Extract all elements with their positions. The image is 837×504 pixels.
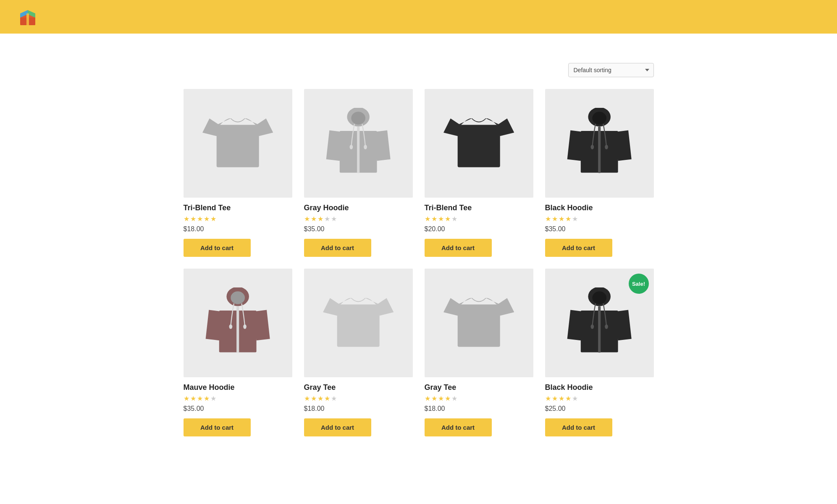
star: ★ — [210, 215, 216, 223]
star: ★ — [331, 394, 337, 402]
star: ★ — [572, 215, 578, 223]
star: ★ — [552, 215, 558, 223]
svg-point-25 — [590, 145, 594, 149]
star: ★ — [545, 394, 551, 402]
svg-point-42 — [592, 292, 606, 305]
product-card: Gray Hoodie ★★★★★ $35.00 Add to cart — [304, 89, 413, 257]
product-card: Mauve Hoodie ★★★★★ $35.00 Add to cart — [184, 269, 292, 436]
svg-rect-4 — [26, 13, 29, 25]
product-image — [304, 269, 413, 377]
add-to-cart-button[interactable]: Add to cart — [545, 418, 612, 436]
product-card: Sale! Black Hoodie ★★★★★ $25.0 — [545, 269, 654, 436]
svg-point-28 — [231, 292, 245, 305]
svg-rect-13 — [357, 127, 359, 173]
star: ★ — [552, 394, 558, 402]
product-card: Tri-Blend Tee ★★★★★ $20.00 Add to cart — [425, 89, 533, 257]
site-header — [0, 0, 837, 34]
star: ★ — [317, 215, 323, 223]
star: ★ — [431, 394, 437, 402]
star: ★ — [204, 215, 210, 223]
svg-point-33 — [229, 324, 232, 329]
sort-select[interactable]: Default sorting Sort by popularity Sort … — [568, 63, 654, 77]
product-image — [184, 269, 292, 377]
product-image — [304, 89, 413, 198]
svg-point-15 — [364, 145, 367, 149]
svg-rect-18 — [457, 125, 500, 167]
product-image — [425, 269, 533, 377]
star: ★ — [438, 394, 444, 402]
product-name: Tri-Blend Tee — [425, 204, 533, 212]
star: ★ — [559, 215, 564, 223]
product-price: $20.00 — [425, 225, 533, 233]
star: ★ — [324, 215, 330, 223]
star: ★ — [431, 215, 437, 223]
svg-point-47 — [590, 324, 594, 329]
add-to-cart-button[interactable]: Add to cart — [304, 239, 371, 257]
star: ★ — [311, 394, 317, 402]
product-rating: ★★★★★ — [545, 215, 654, 223]
product-rating: ★★★★★ — [184, 394, 292, 402]
product-rating: ★★★★★ — [304, 394, 413, 402]
svg-point-26 — [605, 145, 608, 149]
star: ★ — [425, 215, 430, 223]
star: ★ — [184, 394, 189, 402]
product-price: $25.00 — [545, 405, 654, 413]
star: ★ — [317, 394, 323, 402]
svg-rect-46 — [598, 306, 601, 353]
product-image — [425, 89, 533, 198]
star: ★ — [425, 394, 430, 402]
product-price: $18.00 — [304, 405, 413, 413]
star: ★ — [445, 215, 451, 223]
star: ★ — [324, 394, 330, 402]
star: ★ — [451, 394, 457, 402]
add-to-cart-button[interactable]: Add to cart — [184, 418, 251, 436]
logo-area[interactable] — [17, 6, 44, 28]
star: ★ — [210, 394, 216, 402]
add-to-cart-button[interactable]: Add to cart — [184, 239, 251, 257]
add-to-cart-button[interactable]: Add to cart — [304, 418, 371, 436]
product-image: Sale! — [545, 269, 654, 377]
star: ★ — [572, 394, 578, 402]
page-title — [184, 34, 654, 63]
star: ★ — [565, 215, 571, 223]
add-to-cart-button[interactable]: Add to cart — [425, 418, 492, 436]
product-name: Mauve Hoodie — [184, 383, 292, 392]
main-content: Default sorting Sort by popularity Sort … — [167, 34, 671, 462]
add-to-cart-button[interactable]: Add to cart — [425, 239, 492, 257]
product-price: $18.00 — [184, 225, 292, 233]
svg-point-20 — [592, 112, 606, 125]
svg-rect-7 — [216, 125, 259, 167]
controls-bar: Default sorting Sort by popularity Sort … — [184, 63, 654, 77]
star: ★ — [204, 394, 210, 402]
star: ★ — [545, 215, 551, 223]
product-rating: ★★★★★ — [425, 394, 533, 402]
product-rating: ★★★★★ — [184, 215, 292, 223]
star: ★ — [197, 394, 203, 402]
svg-point-14 — [349, 145, 353, 149]
logo-icon — [17, 6, 39, 28]
svg-rect-37 — [337, 305, 379, 347]
add-to-cart-button[interactable]: Add to cart — [545, 239, 612, 257]
product-image — [545, 89, 654, 198]
svg-rect-40 — [457, 305, 500, 347]
svg-rect-24 — [598, 127, 601, 173]
star: ★ — [190, 394, 196, 402]
product-rating: ★★★★★ — [545, 394, 654, 402]
star: ★ — [311, 215, 317, 223]
product-price: $35.00 — [545, 225, 654, 233]
product-name: Gray Hoodie — [304, 204, 413, 212]
svg-rect-32 — [236, 306, 239, 353]
star: ★ — [304, 215, 310, 223]
product-card: Gray Tee ★★★★★ $18.00 Add to cart — [304, 269, 413, 436]
star: ★ — [184, 215, 189, 223]
product-name: Black Hoodie — [545, 383, 654, 392]
star: ★ — [451, 215, 457, 223]
product-name: Gray Tee — [425, 383, 533, 392]
product-price: $35.00 — [184, 405, 292, 413]
star: ★ — [304, 394, 310, 402]
star: ★ — [197, 215, 203, 223]
product-rating: ★★★★★ — [425, 215, 533, 223]
star: ★ — [559, 394, 564, 402]
sale-badge: Sale! — [629, 274, 649, 294]
product-rating: ★★★★★ — [304, 215, 413, 223]
